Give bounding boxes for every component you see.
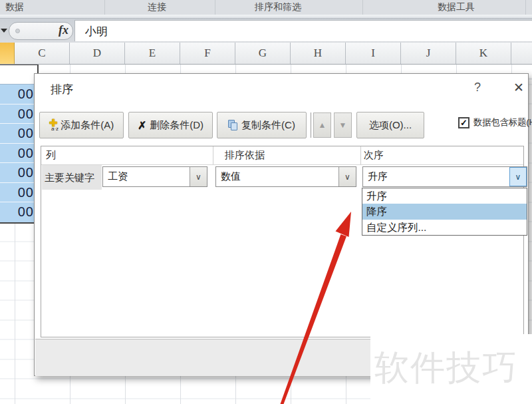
dropdown-option-custom-list[interactable]: 自定义序列... [362,220,527,235]
copy-condition-label: 复制条件(C) [241,119,295,132]
column-combobox[interactable]: 工资 ∨ [102,166,207,187]
move-up-icon: ▲ [319,120,327,130]
column-column-header: 列 [46,149,56,162]
selected-cells[interactable]: 00 00 00 00 00 00 00 [0,85,37,222]
formula-bar: fx 小明 [0,19,532,43]
ribbon-separator [215,0,215,15]
cell-value[interactable]: 00 [0,202,37,222]
fx-icon[interactable]: fx [59,23,68,37]
watermark-text: 软件技巧 [374,345,518,391]
order-dropdown-list: 升序 降序 自定义序列... [362,188,527,236]
help-button[interactable]: ? [470,81,485,95]
dropdown-option-descending[interactable]: 降序 [362,204,527,219]
ribbon-group-sort-filter: 排序和筛选 [255,1,301,13]
excel-window: 数据 连接 排序和筛选 数据工具 fx 小明 C D E F G H I J K [0,0,532,404]
order-combobox[interactable]: 升序 ∨ [362,166,527,187]
chevron-down-icon[interactable]: ∨ [338,167,356,186]
toolbar-separator [311,112,311,138]
dialog-title: 排序 [51,82,73,97]
watermark-overlay: 软件技巧 [370,334,532,404]
options-button[interactable]: 选项(O)... [356,112,424,138]
options-label: 选项(O)... [369,119,412,132]
ribbon-separator [362,0,363,15]
cell-value[interactable]: 00 [0,124,37,144]
sort-az-icon: a·z [51,126,59,132]
move-down-icon: ▼ [339,120,347,130]
column-header-e[interactable]: E [125,43,180,64]
order-combobox-value: 升序 [368,170,388,183]
ribbon-group-data: 数据 [5,1,24,13]
column-header-c[interactable]: C [15,43,70,64]
sort-dialog: 排序 ? ✕ ✚ a·z 添加条件(A) ✗ 删除条件(D) 复制条件(C) ▲… [34,73,529,376]
header-checkbox-label: 数据包含标题(H) [473,116,532,128]
order-column-header: 次序 [364,149,384,162]
selected-range[interactable]: 00 00 00 00 00 00 00 [0,64,39,224]
column-header-row: C D E F G H I J K [0,43,532,65]
dropdown-option-ascending[interactable]: 升序 [362,188,527,204]
delete-condition-button[interactable]: ✗ 删除条件(D) [128,112,213,138]
cell-value[interactable]: 00 [0,85,37,104]
name-box-arrow-icon[interactable] [1,29,7,33]
ribbon-group-connections: 连接 [148,1,166,13]
sort-on-combobox-value: 数值 [221,170,241,183]
name-box-dot [15,29,20,33]
checkbox-check-icon[interactable]: ✓ [458,117,469,128]
column-combobox-value: 工资 [108,170,128,183]
panel-header-divider [41,164,523,165]
sort-on-combobox[interactable]: 数值 ∨ [215,166,356,187]
name-box[interactable]: fx [9,22,73,40]
ribbon-strip: 数据 连接 排序和筛选 数据工具 [0,0,532,15]
column-header-d[interactable]: D [70,43,125,64]
delete-condition-label: 删除条件(D) [150,119,203,132]
panel-separator [360,146,361,164]
column-header-i[interactable]: I [346,43,401,64]
chevron-down-icon[interactable]: ∨ [190,167,207,186]
column-header-j[interactable]: J [401,43,456,64]
cell-value[interactable]: 00 [0,163,37,183]
column-header-f[interactable]: F [180,43,235,64]
panel-separator [213,146,213,164]
ribbon-separator [525,0,526,15]
cell-value[interactable]: 00 [0,104,37,124]
sort-criteria-panel: 列 排序依据 次序 主要关键字 工资 ∨ 数值 ∨ 升序 ∨ [41,146,524,337]
header-checkbox-wrap[interactable]: ✓ 数据包含标题(H) [458,116,532,128]
cell-value[interactable]: 00 [0,183,37,203]
column-header-k[interactable]: K [456,43,511,64]
formula-value: 小明 [85,24,108,39]
copy-condition-button[interactable]: 复制条件(C) [217,112,307,138]
add-condition-label: 添加条件(A) [61,119,114,132]
copy-condition-icon [228,120,238,130]
ribbon-group-data-tools: 数据工具 [438,1,475,13]
delete-condition-icon: ✗ [138,119,146,132]
cell-value[interactable]: 00 [0,144,37,164]
add-condition-button[interactable]: ✚ a·z 添加条件(A) [39,112,124,138]
active-cell[interactable] [0,65,37,85]
move-up-button[interactable]: ▲ [313,112,331,138]
column-header-h[interactable]: H [291,43,346,64]
sort-on-column-header: 排序依据 [225,149,265,162]
column-header-selected[interactable] [0,43,15,64]
ribbon-separator [104,0,105,15]
formula-input[interactable]: 小明 [74,20,532,41]
column-header-g[interactable]: G [235,43,291,64]
chevron-down-icon[interactable]: ∨ [509,167,527,186]
move-down-button[interactable]: ▼ [334,112,352,138]
close-icon[interactable]: ✕ [511,80,527,96]
primary-key-label: 主要关键字 [42,165,102,190]
